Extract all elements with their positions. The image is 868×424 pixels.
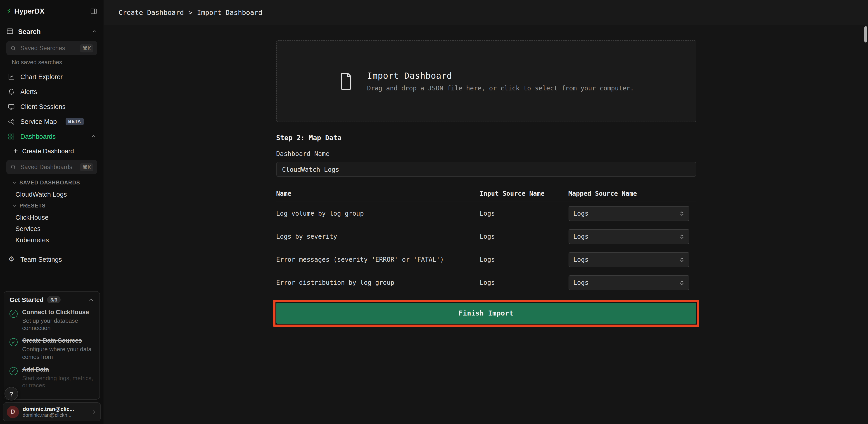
checklist-item-texts: Create Data Sources Configure where your… [22,337,94,361]
mapped-source-cell: Logs [568,252,696,267]
preset-item-clickhouse[interactable]: ClickHouse [6,211,97,223]
breadcrumb-import-dashboard[interactable]: Import Dashboard [197,8,262,17]
get-started-title: Get Started [9,296,44,303]
saved-searches-input[interactable] [20,44,77,52]
progress-badge: 3/3 [47,296,61,303]
chart-name-cell: Error messages (severity 'ERROR' or 'FAT… [276,256,480,263]
dashboard-item-cloudwatch-logs[interactable]: CloudWatch Logs [6,189,97,200]
create-dashboard-button[interactable]: Create Dashboard [6,144,97,158]
preset-item-services[interactable]: Services [6,223,97,234]
dropzone-title: Import Dashboard [367,70,634,80]
bell-icon [7,88,16,95]
finish-import-button[interactable]: Finish Import [276,303,696,324]
user-menu[interactable]: D dominic.tran@clic... dominic.tran@clic… [3,402,101,421]
app-root: ⚡ HyperDX Search ⌘K [0,0,868,424]
breadcrumb: Create Dashboard > Import Dashboard [104,0,868,25]
search-window-icon [6,28,13,35]
table-row: Error distribution by log group Logs Log… [276,271,696,294]
dropzone-subtitle: Drag and drop a JSON file here, or click… [367,85,634,92]
mapped-source-select[interactable]: Logs [568,206,689,221]
select-stepper-icon [679,233,684,240]
dashboard-name-label: Dashboard Name [276,150,696,157]
mapped-source-select[interactable]: Logs [568,252,689,267]
nav-label: Dashboards [20,133,56,140]
import-column: Import Dashboard Drag and drop a JSON fi… [276,25,696,327]
checklist-item[interactable]: ✓ Create Data Sources Configure where yo… [9,337,94,361]
sidebar-bottom: Get Started 3/3 ✓ Connect to ClickHouse … [0,291,103,424]
saved-dashboards-input-wrap[interactable]: ⌘K [6,160,97,174]
checklist-item-texts: Add Data Start sending logs, metrics, or… [22,366,94,389]
checklist-item-title: Create Data Sources [22,337,94,345]
table-row: Logs by severity Logs Logs [276,225,696,248]
sidebar-item-team-settings[interactable]: ⚙ Team Settings [6,252,97,267]
table-row: Log volume by log group Logs Logs [276,202,696,225]
input-source-cell: Logs [480,210,568,217]
table-header-input-source: Input Source Name [480,190,568,197]
sidebar-item-alerts[interactable]: Alerts [6,84,97,99]
nav-label: Service Map [20,118,57,125]
dashboard-name-input[interactable] [276,162,696,177]
preset-item-kubernetes[interactable]: Kubernetes [6,234,97,246]
annotation-highlight: Finish Import [273,300,699,327]
service-map-icon [7,118,16,125]
mapped-source-cell: Logs [568,206,696,221]
table-row: Error messages (severity 'ERROR' or 'FAT… [276,248,696,271]
chevron-right-icon [91,409,97,415]
sidebar-item-service-map[interactable]: Service Map BETA [6,114,97,129]
chart-name-cell: Logs by severity [276,233,480,240]
chevron-down-icon [12,180,17,185]
checklist-item-title: Connect to ClickHouse [22,309,94,317]
breadcrumb-create-dashboard[interactable]: Create Dashboard [119,8,184,17]
saved-dashboards-group-toggle[interactable]: SAVED DASHBOARDS [6,177,97,189]
sidebar-item-search[interactable]: Search [6,24,97,39]
saved-searches-input-wrap[interactable]: ⌘K [6,41,97,55]
chart-name-cell: Log volume by log group [276,210,480,217]
avatar: D [7,406,19,418]
user-name: dominic.tran@clic... [23,406,87,412]
check-circle-icon: ✓ [9,309,18,318]
checklist-item[interactable]: ✓ Add Data Start sending logs, metrics, … [9,366,94,389]
main-area: Create Dashboard > Import Dashboard Impo… [104,0,868,424]
collapse-sidebar-icon[interactable] [90,8,97,15]
mapped-source-select[interactable]: Logs [568,275,689,290]
presets-group-toggle[interactable]: PRESETS [6,200,97,211]
sidebar-item-chart-explorer[interactable]: Chart Explorer [6,69,97,84]
magnifier-icon [10,45,16,51]
group-label-text: SAVED DASHBOARDS [20,180,80,185]
checklist-item-subtitle: Start sending logs, metrics, or traces [22,374,94,389]
chevron-up-icon[interactable] [90,133,96,139]
checklist-item-subtitle: Set up your database connection [22,317,94,332]
get-started-header[interactable]: Get Started 3/3 [9,296,94,303]
logo-bolt-icon: ⚡ [6,7,11,15]
table-header-mapped-source: Mapped Source Name [568,190,696,197]
scrollbar-thumb[interactable] [864,26,867,42]
step-label: Step 2: Map Data [276,134,696,142]
shortcut-badge: ⌘K [80,163,93,171]
checklist-item[interactable]: ✓ Connect to ClickHouse Set up your data… [9,309,94,332]
checklist-item-title: Add Data [22,366,94,374]
json-dropzone[interactable]: Import Dashboard Drag and drop a JSON fi… [276,40,696,122]
get-started-card: Get Started 3/3 ✓ Connect to ClickHouse … [4,291,100,400]
file-icon [338,71,354,91]
chevron-up-icon[interactable] [91,28,97,34]
sidebar-content: ⚡ HyperDX Search ⌘K [0,0,103,267]
saved-dashboards-input[interactable] [20,163,77,171]
main-content: Import Dashboard Drag and drop a JSON fi… [104,25,868,424]
mapped-source-select[interactable]: Logs [568,229,689,244]
chevron-up-icon[interactable] [88,297,94,303]
sidebar-item-client-sessions[interactable]: Client Sessions [6,99,97,114]
table-header-row: Name Input Source Name Mapped Source Nam… [276,185,696,202]
team-settings-label: Team Settings [20,256,62,263]
sidebar-item-dashboards[interactable]: Dashboards [6,129,97,144]
mapping-table: Name Input Source Name Mapped Source Nam… [276,185,696,294]
input-source-cell: Logs [480,233,568,240]
sidebar: ⚡ HyperDX Search ⌘K [0,0,104,424]
gear-icon: ⚙ [7,256,16,263]
check-circle-icon: ✓ [9,338,18,347]
nav-label: Chart Explorer [20,73,63,80]
create-dashboard-label: Create Dashboard [22,147,74,154]
user-texts: dominic.tran@clic... dominic.tran@clickh… [23,406,87,418]
chevron-down-icon [12,203,17,208]
help-button[interactable]: ? [4,387,18,400]
dashboards-grid-icon [7,133,16,140]
